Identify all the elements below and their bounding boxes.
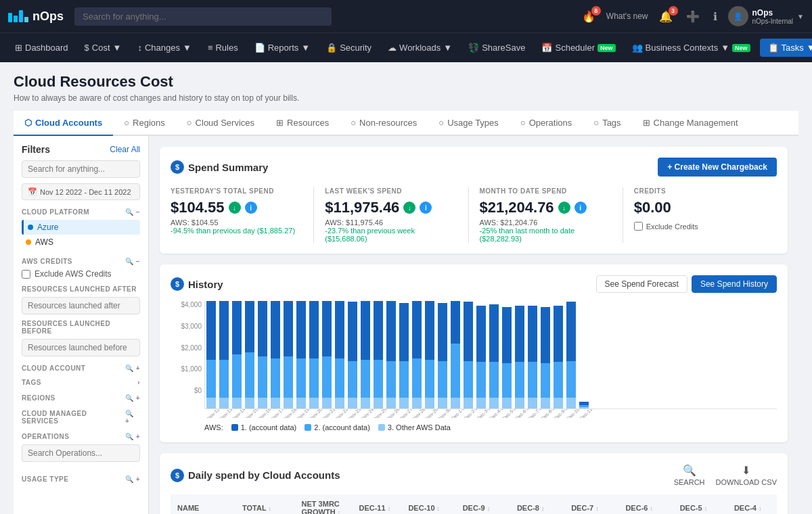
search-icon[interactable]: 🔍 − [125,208,140,216]
col-dec6[interactable]: DEC-6 ↕ [618,494,673,514]
col-dec4[interactable]: DEC-4 ↕ [727,494,777,514]
bar-seg-light [515,398,524,408]
download-icon: ⬇ [742,464,750,477]
sidebar-item-reports[interactable]: 📄 Reports ▼ [248,37,317,58]
sidebar-item-scheduler[interactable]: 📅 Scheduler New [535,37,622,58]
fire-icon-btn[interactable]: 🔥 8 [579,7,598,26]
spend-forecast-button[interactable]: See Spend Forecast [596,275,687,293]
daily-spend-header: $ Daily spend by Cloud Accounts 🔍 SEARCH… [171,464,777,486]
main-layout: Filters Clear All 📅 Nov 12 2022 - Dec 11… [14,136,798,514]
aws-credits-icon[interactable]: 🔍 − [125,258,140,265]
operations-search-input[interactable] [22,444,140,462]
date-range-picker[interactable]: 📅 Nov 12 2022 - Dec 11 2022 [22,183,140,200]
exclude-aws-credits[interactable]: Exclude AWS Credits [22,269,140,279]
col-dec5[interactable]: DEC-5 ↕ [673,494,727,514]
resources-after-input[interactable] [22,297,140,314]
tab-resources[interactable]: ⊞ Resources [265,111,340,136]
exclude-credits-checkbox[interactable] [634,222,643,231]
user-info: nOps nOps-Internal [752,8,794,25]
workloads-icon: ☁ [388,43,397,53]
tags-section[interactable]: Tags › [22,379,140,386]
cloud-services-tab-icon: ○ [187,118,192,128]
usage-type-add-icon[interactable]: 🔍 + [125,475,140,483]
col-growth[interactable]: NET 3MRCGROWTH ↕ [295,494,353,514]
business-contexts-chevron-icon: ▼ [721,43,729,53]
tasks-button[interactable]: 📋 Tasks ▼ [760,39,812,57]
clear-all-button[interactable]: Clear All [110,145,140,154]
user-chevron-icon: ▼ [797,13,804,20]
bar-x-label: Nov-26-2022 [386,409,399,418]
legend-dot-3 [378,424,385,431]
lastweek-info-icon: i [420,202,432,214]
sidebar-item-changes[interactable]: ↕ Changes ▼ [131,37,198,58]
bell-icon-btn[interactable]: 🔔 3 [656,7,675,26]
sidebar-item-security[interactable]: 🔒 Security [319,37,378,58]
download-csv-button[interactable]: ⬇ DOWNLOAD CSV [716,464,777,486]
sidebar-item-business-contexts[interactable]: 👥 Business Contexts ▼ New [625,37,757,58]
bar-seg-med [296,358,306,398]
sidebar-item-rules[interactable]: ≡ Rules [201,37,245,58]
tab-operations[interactable]: ○ Operations [510,111,583,136]
platform-aws[interactable]: AWS [22,235,140,250]
col-dec9[interactable]: DEC-9 ↕ [456,494,510,514]
bar-x-label: Nov-21-2022 [322,409,334,418]
exclude-credits-checkbox-area[interactable]: Exclude Credits [634,222,766,231]
regions-add-icon[interactable]: 🔍 + [125,394,140,402]
bar-seg-med [425,360,434,398]
col-dec8[interactable]: DEC-8 ↕ [510,494,564,514]
search-button[interactable]: 🔍 SEARCH [674,464,705,486]
col-dec7[interactable]: DEC-7 ↕ [564,494,618,514]
info-icon-btn[interactable]: ℹ [710,7,720,26]
sidebar-item-workloads[interactable]: ☁ Workloads ▼ [381,37,459,58]
metric-yesterday-sub: AWS: $104.55 [171,218,302,227]
logo[interactable]: nOps [8,9,64,24]
usage-types-tab-label: Usage Types [447,118,499,128]
resources-before-input[interactable] [22,339,140,356]
tab-tags[interactable]: ○ Tags [583,111,631,136]
bar-seg-light [219,398,229,408]
business-contexts-icon: 👥 [632,43,643,53]
create-chargeback-button[interactable]: + Create New Chargeback [658,158,777,177]
tabs: ⬡ Cloud Accounts ○ Regions ○ Cloud Servi… [14,111,798,136]
whats-new-button[interactable]: What's new [606,11,648,21]
tab-non-resources[interactable]: ○ Non-resources [340,111,428,136]
col-name[interactable]: NAME [171,494,235,514]
bar-seg-light [284,398,293,408]
cloud-account-add-icon[interactable]: 🔍 + [125,365,140,372]
y-label-1000: $1,000 [171,365,202,373]
bar-x-label: Nov-28-2022 [412,409,424,418]
tab-usage-types[interactable]: ○ Usage Types [428,111,510,136]
search-input[interactable] [74,7,332,26]
tab-regions[interactable]: ○ Regions [113,111,176,136]
spend-history-button[interactable]: See Spend History [692,275,777,293]
bar-seg-dark [206,301,216,360]
exclude-aws-credits-checkbox[interactable] [22,270,30,279]
bar-seg-med [566,361,576,398]
col-dec11[interactable]: DEC-11 ↕ [352,494,401,514]
bar-seg-med [502,363,512,398]
sidebar-item-cost[interactable]: $ Cost ▼ [78,37,129,58]
daily-spend-label: Daily spend by Cloud Accounts [188,469,340,481]
sidebar: Filters Clear All 📅 Nov 12 2022 - Dec 11… [14,136,149,514]
tab-cloud-accounts[interactable]: ⬡ Cloud Accounts [14,111,113,136]
cloud-managed-add-icon[interactable]: 🔍 + [125,410,140,425]
col-dec10[interactable]: DEC-10 ↕ [401,494,455,514]
user-area[interactable]: 👤 nOps nOps-Internal ▼ [728,6,805,26]
legend-item-3: 3. Other AWS Data [378,423,451,431]
sidebar-item-dashboard[interactable]: ⊞ Dashboard [8,37,75,58]
sidebar-item-sharesave[interactable]: 💱 ShareSave [461,37,532,58]
col-total[interactable]: TOTAL ↕ [235,494,295,514]
yesterday-info-icon: i [245,202,257,214]
bar-seg-dark [335,301,344,358]
sidebar-search-input[interactable] [22,160,140,178]
tab-change-management[interactable]: ⊞ Change Management [632,111,749,136]
cloud-accounts-label: Cloud Accounts [35,118,102,128]
operations-add-icon[interactable]: 🔍 + [125,433,140,440]
plus-icon-btn[interactable]: ➕ [683,7,702,26]
bar-x-label: Nov-13-2022 [219,409,231,418]
resources-tab-label: Resources [287,118,329,128]
tab-cloud-services[interactable]: ○ Cloud Services [176,111,265,136]
bar-group [231,301,243,408]
metric-lastweek: Last Week's Spend $11,975.46 ↓ i AWS: $1… [314,187,468,243]
platform-azure[interactable]: Azure [22,220,140,235]
